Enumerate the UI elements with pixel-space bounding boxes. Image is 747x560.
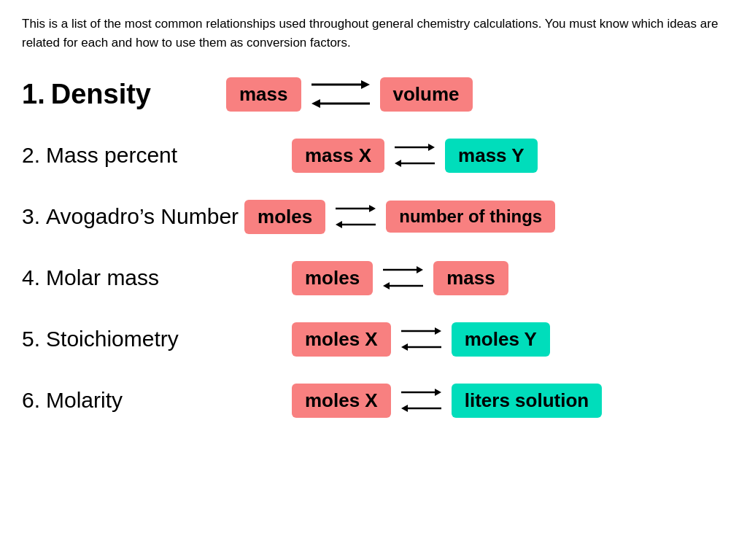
- arrow-right-molar-mass: [383, 263, 423, 276]
- row-stoichiometry: 5. Stoichiometry moles X moles Y: [22, 310, 725, 368]
- pill-mass-x: mass X: [292, 139, 384, 173]
- svg-marker-17: [435, 327, 441, 335]
- row-label-mass-percent: 2. Mass percent: [22, 143, 292, 168]
- arrows-avogadros: [336, 202, 376, 231]
- row-content-avogadros: moles number of things: [244, 200, 555, 234]
- arrow-left-density: [311, 96, 370, 112]
- pill-moles-molar-mass: moles: [292, 261, 373, 295]
- pill-moles-avogadros: moles: [244, 200, 325, 234]
- row-molar-mass: 4. Molar mass moles mass: [22, 249, 725, 307]
- arrow-right-mass-percent: [395, 141, 435, 154]
- row-content-stoichiometry: moles X moles Y: [292, 322, 550, 357]
- row-title-density: Density: [51, 79, 151, 110]
- row-number-2: 2.: [22, 143, 40, 168]
- row-label-avogadros: 3. Avogadro’s Number: [22, 204, 239, 229]
- row-title-molar-mass: Molar mass: [46, 265, 159, 290]
- row-content-molar-mass: moles mass: [292, 261, 508, 295]
- row-content-mass-percent: mass X mass Y: [292, 139, 538, 173]
- arrow-left-stoichiometry: [401, 341, 441, 354]
- arrow-left-molarity: [401, 402, 441, 415]
- arrows-density: [311, 77, 370, 112]
- row-number-3: 3.: [22, 204, 40, 229]
- arrows-molar-mass: [383, 263, 423, 292]
- pill-liters-solution: liters solution: [452, 384, 602, 418]
- pill-mass-y: mass Y: [445, 139, 538, 173]
- svg-marker-5: [428, 144, 435, 151]
- row-density: 1. Density mass volume: [22, 65, 725, 123]
- pill-moles-x-stoich: moles X: [292, 322, 391, 357]
- svg-marker-19: [401, 343, 408, 351]
- arrow-right-stoichiometry: [401, 324, 441, 338]
- row-number-1: 1.: [22, 79, 45, 110]
- pill-mass-molar-mass: mass: [433, 261, 508, 295]
- row-content-molarity: moles X liters solution: [292, 384, 602, 418]
- svg-marker-15: [383, 282, 390, 289]
- svg-marker-7: [395, 160, 401, 167]
- pill-moles-y-stoich: moles Y: [452, 322, 550, 357]
- arrow-left-avogadros: [336, 218, 376, 231]
- pill-mass-density: mass: [226, 77, 301, 112]
- row-content-density: mass volume: [226, 77, 473, 112]
- row-title-mass-percent: Mass percent: [46, 143, 177, 168]
- row-number-6: 6.: [22, 388, 40, 413]
- svg-marker-3: [311, 99, 320, 108]
- row-mass-percent: 2. Mass percent mass X mass Y: [22, 126, 725, 184]
- svg-marker-11: [336, 221, 342, 228]
- row-label-stoichiometry: 5. Stoichiometry: [22, 327, 292, 351]
- arrow-left-molar-mass: [383, 279, 423, 292]
- arrow-left-mass-percent: [395, 157, 435, 170]
- arrow-right-molarity: [401, 386, 441, 399]
- row-title-avogadros: Avogadro’s Number: [46, 204, 239, 229]
- svg-marker-23: [401, 405, 408, 412]
- svg-marker-1: [361, 80, 370, 89]
- svg-marker-21: [435, 389, 441, 396]
- row-title-stoichiometry: Stoichiometry: [46, 327, 179, 351]
- arrows-stoichiometry: [401, 324, 441, 354]
- arrow-right-avogadros: [336, 202, 376, 215]
- svg-marker-9: [369, 205, 376, 212]
- row-number-4: 4.: [22, 265, 40, 290]
- arrows-molarity: [401, 386, 441, 415]
- intro-text: This is a list of the most common relati…: [22, 15, 725, 52]
- pill-number-of-things: number of things: [386, 201, 555, 233]
- row-label-molar-mass: 4. Molar mass: [22, 265, 292, 290]
- row-title-molarity: Molarity: [46, 388, 123, 413]
- svg-marker-13: [417, 266, 423, 273]
- row-avogadros: 3. Avogadro’s Number moles number of thi…: [22, 187, 725, 246]
- row-label-molarity: 6. Molarity: [22, 388, 292, 413]
- row-label-density: 1. Density: [22, 79, 226, 110]
- pill-volume-density: volume: [380, 77, 473, 112]
- pill-moles-x-molarity: moles X: [292, 384, 391, 418]
- arrows-mass-percent: [395, 141, 435, 170]
- relationships-list: 1. Density mass volume 2. Mass percen: [22, 65, 725, 429]
- row-number-5: 5.: [22, 327, 40, 351]
- arrow-right-density: [311, 77, 370, 93]
- row-molarity: 6. Molarity moles X liters solution: [22, 371, 725, 429]
